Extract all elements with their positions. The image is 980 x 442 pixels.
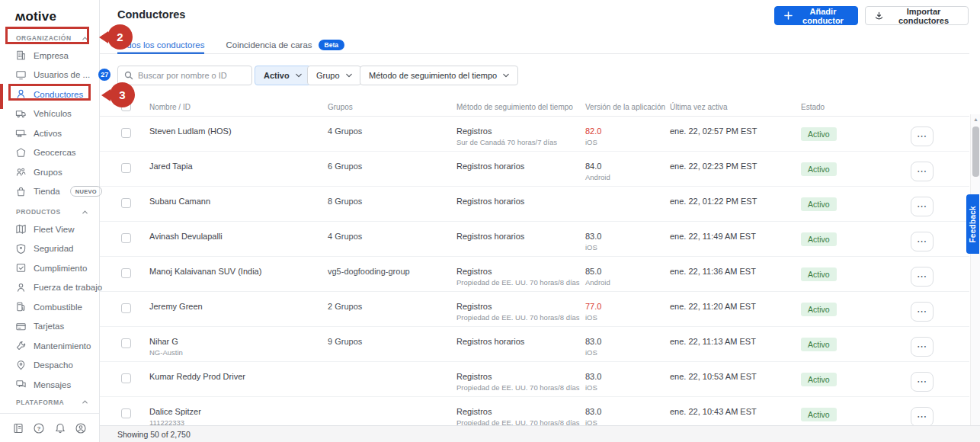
- time-method-filter-dropdown[interactable]: Método de seguimiento del tiempo: [360, 66, 518, 85]
- row-checkbox[interactable]: [121, 128, 131, 138]
- sidebar-item-tarjetas[interactable]: Tarjetas: [0, 317, 99, 337]
- sidebar-item-cumplimiento[interactable]: Cumplimiento: [0, 258, 99, 278]
- account-icon[interactable]: [75, 422, 87, 434]
- scrollbar-thumb[interactable]: [972, 127, 979, 177]
- scroll-up-arrow[interactable]: ▲: [971, 114, 980, 125]
- beta-badge: Beta: [319, 40, 344, 50]
- column-header-method: Método de seguimiento del tiempo: [456, 103, 585, 111]
- driver-name: Kumar Reddy Prod Driver: [149, 372, 328, 382]
- sidebar-item-fuerza-de-trabajo[interactable]: Fuerza de trabajo: [0, 278, 99, 298]
- footer-bar: Showing 50 of 2,750: [100, 425, 980, 442]
- clipboard-check-icon: [15, 262, 27, 274]
- feedback-tab[interactable]: Feedback: [966, 194, 979, 254]
- column-header-groups: Grupos: [328, 103, 456, 111]
- sidebar-item-fleet-view[interactable]: Fleet View: [0, 219, 99, 239]
- time-method: Registros: [456, 302, 585, 312]
- last-active: ene. 22, 11:20 AM EST: [670, 302, 801, 312]
- page-title: Conductores: [117, 8, 185, 21]
- row-actions-button[interactable]: [911, 407, 934, 425]
- vertical-scrollbar[interactable]: ▲: [970, 114, 980, 425]
- app-platform: iOS: [585, 138, 670, 147]
- driver-name: Steven Ludlam (HOS): [149, 127, 328, 136]
- last-active: ene. 22, 01:22 PM EST: [670, 197, 801, 207]
- search-icon: [124, 71, 133, 80]
- row-checkbox[interactable]: [121, 233, 131, 243]
- status-badge: Activo: [801, 197, 837, 211]
- sidebar-item-label: Grupos: [34, 168, 62, 177]
- sidebar-section-plataforma[interactable]: PLATAFORMA: [0, 395, 99, 410]
- app-version: 84.0: [585, 162, 670, 171]
- row-actions-button[interactable]: [911, 302, 934, 322]
- row-checkbox[interactable]: [121, 373, 131, 383]
- table-row[interactable]: Nihar GNG-Austin 9 Grupos Registros hora…: [100, 327, 969, 362]
- sidebar-item-vehiculos[interactable]: Vehículos: [0, 104, 99, 124]
- import-drivers-label: Importar conductores: [889, 7, 959, 25]
- table-row[interactable]: Jared Tapia 6 Grupos Registros horarios …: [100, 152, 969, 187]
- app-platform: Android: [585, 173, 670, 182]
- search-input[interactable]: [138, 71, 245, 80]
- row-actions-button[interactable]: [911, 337, 934, 357]
- sidebar-item-usuarios[interactable]: Usuarios de ... 27: [0, 66, 99, 85]
- geofence-icon: [15, 147, 27, 159]
- table-row[interactable]: Avinash Devulapalli 4 Grupos Registros h…: [100, 222, 969, 257]
- last-active: ene. 22, 02:23 PM EST: [670, 162, 801, 171]
- table-row[interactable]: Kumar Reddy Prod Driver RegistrosPropied…: [100, 362, 969, 397]
- time-method-filter-value: Método de seguimiento del tiempo: [369, 71, 497, 80]
- sidebar-item-mensajes[interactable]: Mensajes: [0, 375, 99, 395]
- driver-name: Jared Tapia: [149, 162, 328, 171]
- sidebar-section-productos[interactable]: PRODUCTOS: [0, 204, 99, 219]
- sidebar-item-seguridad[interactable]: Seguridad: [0, 239, 99, 259]
- table-row[interactable]: Manoj Kalaivanan SUV (India) vg5-dogfood…: [100, 257, 969, 292]
- table-row[interactable]: Steven Ludlam (HOS) 4 Grupos RegistrosSu…: [100, 117, 969, 152]
- table-row[interactable]: Subaru Camann 8 Grupos Registros horario…: [100, 187, 969, 222]
- tab-face-match[interactable]: Coincidencia de caras Beta: [226, 36, 344, 54]
- sidebar-item-label: Geocercas: [34, 148, 76, 157]
- sidebar-item-geocercas[interactable]: Geocercas: [0, 143, 99, 163]
- import-drivers-button[interactable]: Importar conductores: [865, 6, 969, 25]
- sidebar-item-label: Cumplimiento: [34, 264, 87, 273]
- status-badge: Activo: [801, 162, 837, 176]
- sidebar-item-label: Despacho: [34, 360, 73, 370]
- row-actions-button[interactable]: [911, 232, 934, 251]
- group-filter-dropdown[interactable]: Grupo: [307, 66, 361, 85]
- row-checkbox[interactable]: [121, 338, 131, 348]
- row-checkbox[interactable]: [121, 303, 131, 313]
- table-row[interactable]: Dalice Spitzer111222333 RegistrosPropied…: [100, 397, 969, 425]
- sidebar-item-mantenimiento[interactable]: Mantenimiento: [0, 336, 99, 356]
- status-badge: Activo: [801, 127, 837, 141]
- driver-groups: 9 Grupos: [328, 337, 456, 347]
- sidebar-item-empresa[interactable]: Empresa: [0, 46, 99, 66]
- time-method: Registros horarios: [456, 232, 585, 242]
- sidebar-item-despacho[interactable]: Despacho: [0, 356, 99, 376]
- groups-icon: [15, 166, 27, 178]
- sidebar-item-grupos[interactable]: Grupos: [0, 162, 99, 182]
- changelog-icon[interactable]: [12, 422, 24, 434]
- row-actions-button[interactable]: [911, 162, 934, 181]
- row-actions-button[interactable]: [911, 267, 934, 287]
- row-checkbox[interactable]: [121, 198, 131, 208]
- sidebar-item-activos[interactable]: Activos: [0, 123, 99, 143]
- status-filter-dropdown[interactable]: Activo: [255, 66, 311, 85]
- sidebar-item-tienda[interactable]: Tienda NUEVO: [0, 182, 99, 202]
- sidebar-bottom-bar: ?: [0, 413, 99, 442]
- sidebar-item-label: Mensajes: [34, 380, 71, 389]
- table-row[interactable]: Jeremy Green 2 Grupos RegistrosPropiedad…: [100, 292, 969, 327]
- row-checkbox[interactable]: [121, 268, 131, 278]
- notifications-bell-icon[interactable]: [54, 422, 66, 434]
- card-icon: [15, 321, 27, 332]
- driver-groups: vg5-dogfooding-group: [328, 267, 456, 277]
- row-actions-button[interactable]: [911, 197, 934, 216]
- sidebar-item-label: Vehículos: [34, 109, 72, 118]
- help-icon[interactable]: ?: [33, 422, 45, 434]
- row-actions-button[interactable]: [911, 127, 934, 146]
- row-checkbox[interactable]: [121, 163, 131, 173]
- row-checkbox[interactable]: [121, 408, 131, 418]
- sidebar-item-combustible[interactable]: Combustible: [0, 297, 99, 317]
- person-icon: [15, 282, 27, 293]
- table-header: Nombre / ID Grupos Método de seguimiento…: [100, 98, 969, 117]
- row-actions-button[interactable]: [911, 372, 934, 392]
- add-driver-button[interactable]: Añadir conductor: [774, 6, 858, 25]
- map-icon: [15, 223, 27, 235]
- chevron-down-icon: [296, 73, 302, 78]
- driver-name: Jeremy Green: [149, 302, 328, 312]
